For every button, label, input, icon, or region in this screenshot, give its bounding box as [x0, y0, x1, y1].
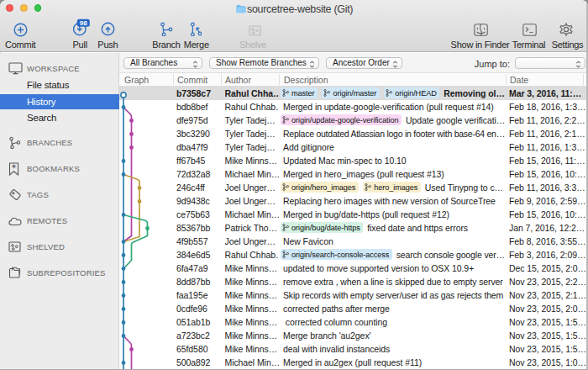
svg-text:✶: ✶: [11, 162, 18, 171]
svg-text:98: 98: [80, 19, 87, 27]
